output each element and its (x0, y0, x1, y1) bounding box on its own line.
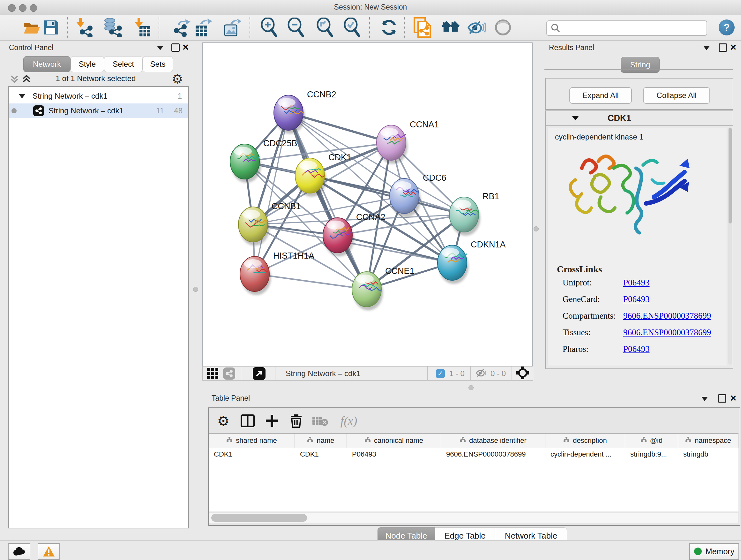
table-panel-collapse-icon[interactable] (701, 397, 708, 401)
network-node-ccna1[interactable]: CCNA1 (377, 120, 439, 164)
column-header-shared-name[interactable]: shared name (209, 434, 295, 448)
column-header-canonical-name[interactable]: canonical name (347, 434, 441, 448)
table-panel-float-icon[interactable] (718, 394, 726, 402)
refresh-icon[interactable] (380, 18, 399, 37)
tab-network[interactable]: Network (23, 56, 71, 72)
tab-sets[interactable]: Sets (143, 56, 173, 72)
cloud-button[interactable] (8, 543, 30, 560)
zoom-fit-icon[interactable] (315, 18, 334, 37)
search-input[interactable] (563, 22, 706, 34)
table-header-row[interactable]: shared namenamecanonical namedatabase id… (209, 433, 738, 448)
table-cell[interactable]: stringdb:9... (625, 450, 678, 458)
column-header-namespace[interactable]: namespace (678, 434, 738, 448)
table-cell[interactable]: cyclin-dependent ... (545, 450, 625, 458)
delete-table-icon[interactable] (312, 413, 329, 429)
table-cell[interactable]: CDK1 (295, 450, 347, 458)
splitter-handle[interactable] (534, 226, 539, 232)
zoom-selected-icon[interactable] (342, 18, 361, 37)
table-horizontal-scrollbar[interactable] (209, 513, 738, 523)
crosslink-value-link[interactable]: 9606.ENSP00000378699 (623, 311, 711, 321)
network-graph[interactable]: CCNB2CCNA1CDC25BCDK1CDC6RB1CCNB1CCNA2CDK… (203, 43, 532, 367)
card-collapse-caret-icon[interactable] (572, 116, 579, 120)
column-header-name[interactable]: name (295, 434, 347, 448)
expand-all-chevron-icon[interactable] (22, 74, 31, 85)
open-session-icon[interactable] (22, 18, 42, 37)
show-columns-icon[interactable] (239, 413, 256, 429)
export-table-icon[interactable] (194, 18, 213, 37)
network-selection-status: 1 of 1 Network selected (35, 74, 156, 83)
save-session-icon[interactable] (42, 18, 61, 37)
results-panel-close-icon[interactable]: × (730, 44, 736, 51)
splitter-handle[interactable] (193, 287, 198, 292)
protein-card-body: cyclin-dependent kinase 1 (548, 127, 727, 365)
network-node-cdc6[interactable]: CDC6 (390, 173, 447, 217)
import-network-icon[interactable] (75, 18, 94, 37)
birds-eye-view-icon[interactable] (253, 367, 266, 380)
table-settings-gear-icon[interactable]: ⚙ (215, 413, 232, 429)
search-field[interactable] (546, 20, 707, 36)
column-header-database-identifier[interactable]: database identifier (441, 434, 545, 448)
clone-network-icon[interactable] (413, 18, 432, 37)
network-edge[interactable] (255, 274, 367, 289)
column-header-description[interactable]: description (545, 434, 625, 448)
export-network-icon[interactable] (173, 18, 192, 37)
splitter-handle[interactable] (468, 385, 474, 390)
function-builder-icon[interactable]: f(x) (335, 413, 362, 429)
network-node-hist1h1a[interactable]: HIST1H1A (240, 251, 314, 295)
results-panel-float-icon[interactable] (719, 44, 727, 52)
collapse-all-button[interactable]: Collapse All (643, 87, 710, 104)
table-cell[interactable]: CDK1 (209, 450, 295, 458)
table-cell[interactable]: stringdb (678, 450, 738, 458)
import-table-icon[interactable] (133, 18, 152, 37)
network-canvas[interactable]: CCNB2CCNA1CDC25BCDK1CDC6RB1CCNB1CCNA2CDK… (202, 43, 533, 367)
table-panel-close-icon[interactable]: × (730, 395, 736, 401)
toolbar-separator (369, 17, 370, 38)
hidden-eye-icon[interactable] (476, 368, 487, 379)
tree-expand-caret-icon[interactable] (18, 94, 25, 98)
network-node-ccne1[interactable]: CCNE1 (352, 266, 414, 310)
collapse-all-chevron-icon[interactable] (10, 74, 19, 85)
crosslink-value-link[interactable]: P06493 (623, 294, 650, 304)
results-scrollbar[interactable] (728, 127, 732, 365)
expand-all-button[interactable]: Expand All (569, 87, 632, 104)
delete-column-icon[interactable] (288, 413, 305, 429)
network-row[interactable]: String Network – cdk1 11 48 (9, 104, 188, 118)
tab-select[interactable]: Select (104, 56, 143, 72)
table-body[interactable]: CDK1CDK1P064939606.ENSP00000378699cyclin… (209, 448, 738, 511)
show-all-eye-icon[interactable] (493, 18, 513, 37)
results-panel-collapse-icon[interactable] (703, 46, 710, 50)
table-cell[interactable]: P06493 (347, 450, 441, 458)
zoom-in-icon[interactable] (259, 18, 279, 37)
network-collection-row[interactable]: String Network – cdk1 1 (9, 89, 188, 104)
table-row[interactable]: CDK1CDK1P064939606.ENSP00000378699cyclin… (209, 448, 738, 461)
control-panel-close-icon[interactable]: × (183, 44, 189, 51)
zoom-out-icon[interactable] (286, 18, 306, 37)
warnings-button[interactable] (38, 543, 60, 560)
string-home-icon[interactable] (441, 18, 461, 37)
memory-button[interactable]: Memory (689, 543, 739, 560)
crosslink-value-link[interactable]: P06493 (623, 344, 650, 354)
tab-style[interactable]: Style (71, 56, 104, 72)
network-edge[interactable] (288, 113, 367, 289)
hide-unselected-eye-icon[interactable] (467, 18, 486, 37)
network-share-view-icon[interactable] (223, 368, 235, 380)
column-header--id[interactable]: @id (625, 434, 678, 448)
node-label: CCNA2 (356, 212, 386, 222)
network-node-cdkn1a[interactable]: CDKN1A (437, 240, 506, 284)
crosslink-value-link[interactable]: 9606.ENSP00000378699 (623, 327, 711, 337)
crosslink-value-link[interactable]: P06493 (623, 278, 650, 288)
network-edge[interactable] (255, 113, 288, 274)
network-node-rb1[interactable]: RB1 (449, 192, 499, 236)
import-network-from-database-icon[interactable] (103, 18, 122, 37)
export-image-icon[interactable] (223, 18, 242, 37)
protein-card-header[interactable]: CDK1 (546, 111, 733, 126)
network-options-gear-icon[interactable]: ⚙ (172, 71, 183, 86)
add-column-icon[interactable] (264, 413, 280, 429)
table-cell[interactable]: 9606.ENSP00000378699 (441, 450, 545, 458)
node-position-icon[interactable] (516, 367, 529, 381)
grid-view-icon[interactable] (207, 367, 219, 380)
selected-checkbox[interactable]: ✓ (436, 369, 445, 378)
control-panel-float-icon[interactable] (172, 44, 180, 52)
help-icon[interactable]: ? (719, 19, 735, 36)
control-panel-collapse-icon[interactable] (157, 46, 163, 50)
